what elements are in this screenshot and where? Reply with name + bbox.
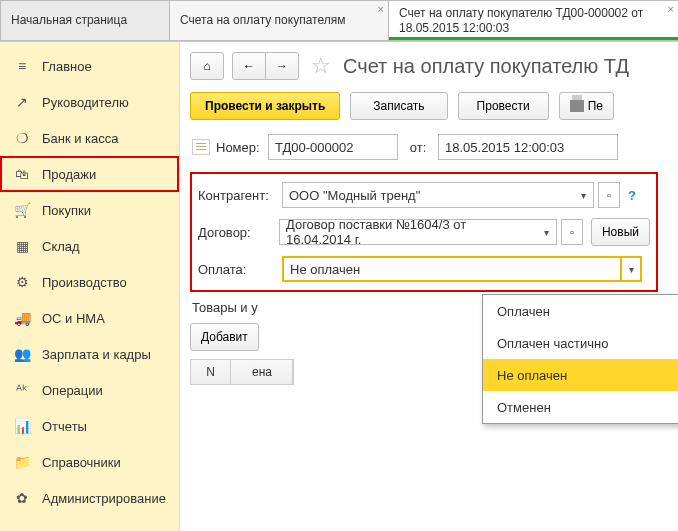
goods-table-header: N ена xyxy=(190,359,294,385)
sidebar-item-label: Склад xyxy=(42,239,80,254)
tab-invoice-list[interactable]: Счета на оплату покупателям × xyxy=(169,0,389,41)
cart-icon: 🛒 xyxy=(12,202,32,218)
home-icon: ⌂ xyxy=(203,59,210,73)
sidebar-item-hr[interactable]: 👥 Зарплата и кадры xyxy=(0,336,179,372)
sidebar-item-label: Отчеты xyxy=(42,419,87,434)
tab-label: Счет на оплату покупателю ТД00-000002 от… xyxy=(399,6,668,36)
dropdown-option-unpaid[interactable]: Не оплачен xyxy=(483,359,678,391)
col-n[interactable]: N xyxy=(191,360,231,384)
forward-button[interactable]: → xyxy=(265,52,299,80)
sidebar-item-label: Операции xyxy=(42,383,103,398)
back-button[interactable]: ← xyxy=(232,52,266,80)
payment-field[interactable]: Не оплачен xyxy=(282,256,622,282)
truck-icon: 🚚 xyxy=(12,310,32,326)
tab-label: Счета на оплату покупателям xyxy=(180,13,345,28)
sidebar-item-manufacturing[interactable]: ⚙ Производство xyxy=(0,264,179,300)
number-field[interactable]: ТД00-000002 xyxy=(268,134,398,160)
arrow-right-icon: → xyxy=(276,59,288,73)
sidebar: ≡ Главное ↗ Руководителю ❍ Банк и касса … xyxy=(0,42,180,531)
partner-field[interactable]: ООО "Модный тренд" xyxy=(282,182,574,208)
sidebar-item-label: Руководителю xyxy=(42,95,129,110)
arrow-left-icon: ← xyxy=(243,59,255,73)
payment-dropdown: Оплачен Оплачен частично Не оплачен Отме… xyxy=(482,294,678,424)
coin-icon: ❍ xyxy=(12,130,32,146)
report-icon: 📊 xyxy=(12,418,32,434)
tab-bar: Начальная страница Счета на оплату покуп… xyxy=(0,0,678,42)
sidebar-item-admin[interactable]: ✿ Администрирование xyxy=(0,480,179,516)
page-title: Счет на оплату покупателю ТД xyxy=(343,55,629,78)
chevron-down-icon[interactable]: ▾ xyxy=(574,182,594,208)
post-button[interactable]: Провести xyxy=(458,92,549,120)
partner-label: Контрагент: xyxy=(198,188,282,203)
sidebar-item-label: ОС и НМА xyxy=(42,311,105,326)
sidebar-item-sales[interactable]: 🛍 Продажи xyxy=(0,156,179,192)
sidebar-item-operations[interactable]: ᴬᵏ Операции xyxy=(0,372,179,408)
contract-label: Договор: xyxy=(198,225,279,240)
sidebar-item-label: Покупки xyxy=(42,203,91,218)
sidebar-item-assets[interactable]: 🚚 ОС и НМА xyxy=(0,300,179,336)
save-button[interactable]: Записать xyxy=(350,92,447,120)
partner-combo: ООО "Модный тренд" ▾ ▫ xyxy=(282,182,620,208)
chevron-down-icon[interactable]: ▾ xyxy=(537,219,557,245)
sidebar-item-warehouse[interactable]: ▦ Склад xyxy=(0,228,179,264)
chart-icon: ↗ xyxy=(12,94,32,110)
help-icon[interactable]: ? xyxy=(628,188,636,203)
date-label: от: xyxy=(398,140,438,155)
dropdown-option-paid[interactable]: Оплачен xyxy=(483,295,678,327)
new-contract-button[interactable]: Новый xyxy=(591,218,650,246)
close-icon[interactable]: × xyxy=(668,3,674,15)
sidebar-item-label: Зарплата и кадры xyxy=(42,347,151,362)
ledger-icon: ᴬᵏ xyxy=(12,382,32,398)
number-label: Номер: xyxy=(216,140,268,155)
partner-row: Контрагент: ООО "Модный тренд" ▾ ▫ ? xyxy=(198,182,650,208)
print-label: Пе xyxy=(588,99,603,113)
date-field[interactable]: 18.05.2015 12:00:03 xyxy=(438,134,618,160)
sidebar-item-label: Администрирование xyxy=(42,491,166,506)
sidebar-item-label: Продажи xyxy=(42,167,96,182)
settings-icon: ✿ xyxy=(12,490,32,506)
tab-invoice-doc[interactable]: Счет на оплату покупателю ТД00-000002 от… xyxy=(388,0,678,41)
menu-icon: ≡ xyxy=(12,58,32,74)
sidebar-item-label: Банк и касса xyxy=(42,131,119,146)
bag-icon: 🛍 xyxy=(12,166,32,182)
tab-home[interactable]: Начальная страница xyxy=(0,0,170,41)
chevron-down-icon[interactable]: ▾ xyxy=(622,256,642,282)
print-button[interactable]: Пе xyxy=(559,92,614,120)
people-icon: 👥 xyxy=(12,346,32,362)
sidebar-item-label: Главное xyxy=(42,59,92,74)
dropdown-option-partial[interactable]: Оплачен частично xyxy=(483,327,678,359)
document-icon xyxy=(192,139,210,155)
sidebar-item-catalogs[interactable]: 📁 Справочники xyxy=(0,444,179,480)
number-row: Номер: ТД00-000002 от: 18.05.2015 12:00:… xyxy=(192,134,678,160)
add-row-button[interactable]: Добавит xyxy=(190,323,259,351)
sidebar-item-main[interactable]: ≡ Главное xyxy=(0,48,179,84)
printer-icon xyxy=(570,100,584,112)
col-price[interactable]: ена xyxy=(231,360,293,384)
nav-group: ← → xyxy=(232,52,299,80)
dropdown-option-cancelled[interactable]: Отменен xyxy=(483,391,678,423)
boxes-icon: ▦ xyxy=(12,238,32,254)
payment-label: Оплата: xyxy=(198,262,282,277)
sidebar-item-purchases[interactable]: 🛒 Покупки xyxy=(0,192,179,228)
contract-field[interactable]: Договор поставки №1604/3 от 16.04.2014 г… xyxy=(279,219,537,245)
close-icon[interactable]: × xyxy=(378,3,384,15)
home-button[interactable]: ⌂ xyxy=(190,52,224,80)
nav-toolbar: ⌂ ← → ☆ Счет на оплату покупателю ТД xyxy=(190,52,678,80)
contract-row: Договор: Договор поставки №1604/3 от 16.… xyxy=(198,218,650,246)
tab-label: Начальная страница xyxy=(11,13,127,28)
action-toolbar: Провести и закрыть Записать Провести Пе xyxy=(190,92,678,120)
sidebar-item-label: Справочники xyxy=(42,455,121,470)
gear-icon: ⚙ xyxy=(12,274,32,290)
sidebar-item-manager[interactable]: ↗ Руководителю xyxy=(0,84,179,120)
post-and-close-button[interactable]: Провести и закрыть xyxy=(190,92,340,120)
open-ref-button[interactable]: ▫ xyxy=(598,182,620,208)
sidebar-item-label: Производство xyxy=(42,275,127,290)
contract-combo: Договор поставки №1604/3 от 16.04.2014 г… xyxy=(279,219,583,245)
payment-combo: Не оплачен ▾ xyxy=(282,256,642,282)
open-ref-button[interactable]: ▫ xyxy=(561,219,583,245)
sidebar-item-reports[interactable]: 📊 Отчеты xyxy=(0,408,179,444)
form-highlight: Контрагент: ООО "Модный тренд" ▾ ▫ ? Дог… xyxy=(190,172,658,292)
folder-icon: 📁 xyxy=(12,454,32,470)
sidebar-item-bank[interactable]: ❍ Банк и касса xyxy=(0,120,179,156)
favorite-star-icon[interactable]: ☆ xyxy=(311,53,331,79)
